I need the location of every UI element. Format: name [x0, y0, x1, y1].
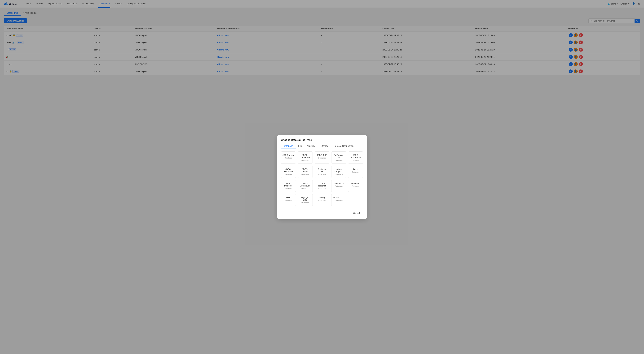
datasource-card-iceberg[interactable]: Iceberg Database — [314, 194, 330, 206]
datasource-card-name: SqlServer-CDC — [333, 154, 345, 159]
datasource-card-sqlserver-cdc[interactable]: SqlServer-CDC Database — [331, 151, 346, 164]
datasource-card-type: Database — [316, 157, 328, 159]
modal-tabs: DatabaseFileNoSQLsStorageRemote Connecti… — [281, 143, 363, 149]
datasource-card-name: StarRocks — [333, 182, 345, 185]
datasource-card-type: Database — [350, 171, 362, 173]
datasource-card-type: Database — [282, 199, 294, 201]
datasource-card-name: S3-Redshift — [350, 182, 362, 185]
modal-tab-file[interactable]: File — [296, 143, 304, 149]
datasource-card-jdbc-tidb[interactable]: JDBC-TiDB Database — [314, 151, 330, 164]
datasource-card-name: MySQL-CDC — [299, 196, 311, 201]
modal-body: JDBC-Mysql Database JDBC-DAMENG Database… — [277, 149, 367, 209]
cancel-button[interactable]: Cancel — [350, 211, 363, 215]
modal-tab-nosqls[interactable]: NoSQLs — [304, 143, 318, 149]
datasource-card-type: Database — [316, 188, 328, 190]
datasource-card-name: JDBC-Postgres — [282, 182, 294, 187]
datasource-card-s3-redshift[interactable]: S3-Redshift Database — [348, 180, 363, 192]
datasource-card-name: JDBC-DAMENG — [299, 154, 311, 159]
datasource-card-jdbc-redshift[interactable]: JDBC-Redshift Database — [314, 180, 330, 192]
datasource-card-kafka-kingbase[interactable]: Kafka-Kingbase Database — [331, 166, 346, 178]
datasource-card-type: Database — [282, 188, 294, 190]
datasource-card-name: JDBC-Oracle — [299, 168, 311, 173]
datasource-card-type: Database — [316, 173, 328, 175]
datasource-card-type: Database — [333, 173, 345, 175]
datasource-card-type: Database — [299, 202, 311, 204]
datasource-card-jdbc-mysql[interactable]: JDBC-Mysql Database — [281, 151, 296, 164]
datasource-card-type: Database — [282, 173, 294, 175]
choose-datasource-modal: Choose DataSource Type DatabaseFileNoSQL… — [277, 135, 367, 219]
datasource-card-type: Database — [282, 157, 294, 159]
datasource-card-name: Doris — [350, 168, 362, 170]
datasource-card-type: Database — [299, 173, 311, 175]
datasource-card-name: JDBC-KingBase — [282, 168, 294, 173]
datasource-card-oracle-cdc[interactable]: Oracle-CDC Database — [331, 194, 346, 206]
datasource-card-name: Hive — [282, 196, 294, 199]
datasource-card-postgres-cdc[interactable]: Postgres-CDC Database — [314, 166, 330, 178]
datasource-card-name: JDBC-TiDB — [316, 154, 328, 156]
datasource-card-name: JDBC-SQLServer — [350, 154, 362, 159]
datasource-card-hive[interactable]: Hive Database — [281, 194, 296, 206]
modal-tab-database[interactable]: Database — [281, 143, 296, 149]
datasource-card-jdbc-kingbase[interactable]: JDBC-KingBase Database — [281, 166, 296, 178]
datasource-card-jdbc-dameng[interactable]: JDBC-DAMENG Database — [298, 151, 313, 164]
datasource-card-type: Database — [299, 188, 311, 190]
modal-title: Choose DataSource Type — [277, 135, 367, 141]
modal-tab-storage[interactable]: Storage — [318, 143, 331, 149]
datasource-card-type: Database — [350, 159, 362, 161]
datasource-card-name: JDBC-Mysql — [282, 154, 294, 156]
modal-overlay[interactable]: Choose DataSource Type DatabaseFileNoSQL… — [0, 0, 644, 354]
datasource-card-jdbc-sqlserver[interactable]: JDBC-SQLServer Database — [348, 151, 363, 164]
datasource-card-type: Database — [350, 185, 362, 187]
datasource-card-mysql-cdc[interactable]: MySQL-CDC Database — [298, 194, 313, 206]
modal-tab-remote-connection[interactable]: Remote Connection — [331, 143, 356, 149]
modal-footer: Cancel — [277, 209, 367, 219]
datasource-card-jdbc-clickhouse[interactable]: JDBC-ClickHouse Database — [298, 180, 313, 192]
datasource-card-type: Database — [333, 185, 345, 187]
datasource-card-name: JDBC-Redshift — [316, 182, 328, 187]
datasource-card-name: Kafka-Kingbase — [333, 168, 345, 173]
datasource-card-type: Database — [299, 159, 311, 161]
datasource-card-jdbc-oracle[interactable]: JDBC-Oracle Database — [298, 166, 313, 178]
datasource-card-name: Postgres-CDC — [316, 168, 328, 173]
datasource-card-type: Database — [316, 199, 328, 201]
datasource-card-grid: JDBC-Mysql Database JDBC-DAMENG Database… — [281, 151, 363, 206]
datasource-card-starrocks[interactable]: StarRocks Database — [331, 180, 346, 192]
datasource-card-type: Database — [333, 159, 345, 161]
datasource-card-name: Oracle-CDC — [333, 196, 345, 199]
datasource-card-jdbc-postgres[interactable]: JDBC-Postgres Database — [281, 180, 296, 192]
datasource-card-name: JDBC-ClickHouse — [299, 182, 311, 187]
datasource-card-doris[interactable]: Doris Database — [348, 166, 363, 178]
datasource-card-type: Database — [333, 199, 345, 201]
datasource-card-name: Iceberg — [316, 196, 328, 199]
